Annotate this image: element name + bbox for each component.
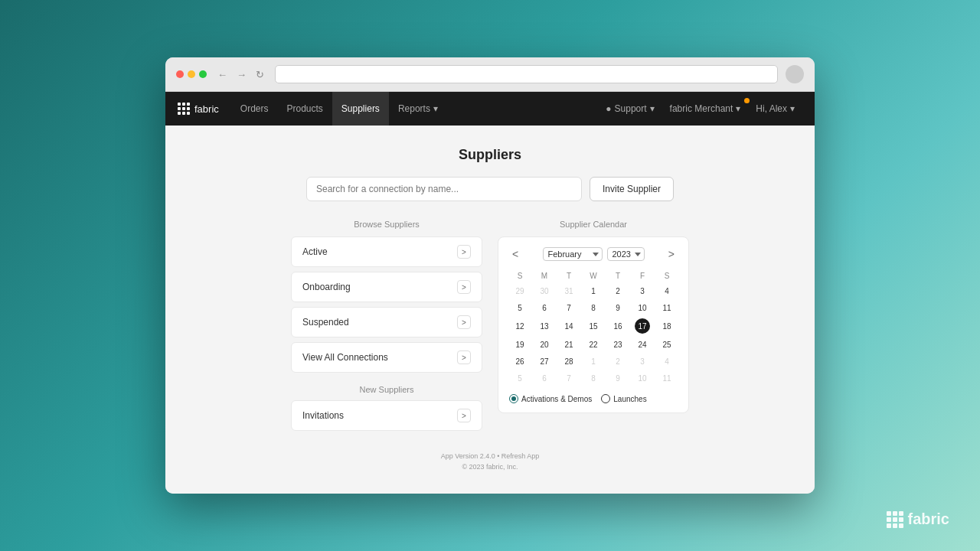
calendar-day-cell[interactable]: 15 xyxy=(581,316,606,336)
calendar-day-cell[interactable]: 10 xyxy=(630,370,655,386)
calendar-day-cell[interactable]: 8 xyxy=(581,370,606,386)
invite-supplier-button[interactable]: Invite Supplier xyxy=(590,177,674,201)
calendar-day-cell[interactable]: 16 xyxy=(606,316,630,336)
calendar-day-cell[interactable]: 2 xyxy=(606,282,630,299)
calendar-day-cell[interactable]: 1 xyxy=(581,282,606,299)
calendar-day-cell[interactable]: 6 xyxy=(532,299,557,316)
browser-avatar xyxy=(786,65,804,83)
invitations-item[interactable]: Invitations > xyxy=(291,400,482,431)
active-item[interactable]: Active > xyxy=(291,236,482,267)
calendar-day-cell[interactable]: 3 xyxy=(630,282,655,299)
radio-empty-icon xyxy=(601,394,610,403)
suspended-item[interactable]: Suspended > xyxy=(291,307,482,337)
prev-month-button[interactable]: < xyxy=(508,246,523,262)
calendar-box: < January February March April May June … xyxy=(498,236,689,413)
nav-right: ● Support ▾ fabric Merchant ▾ Hi, Alex ▾ xyxy=(598,92,802,126)
two-column-layout: Browse Suppliers Active > Onboarding > S… xyxy=(291,220,689,435)
calendar-day-cell[interactable]: 4 xyxy=(655,353,679,370)
calendar-day-cell[interactable]: 7 xyxy=(557,299,581,316)
nav-orders[interactable]: Orders xyxy=(231,92,278,126)
calendar-day-cell[interactable]: 14 xyxy=(557,316,581,336)
watermark-logo-dots xyxy=(887,511,903,528)
calendar-selects: January February March April May June Ju… xyxy=(543,247,645,261)
calendar-day-cell[interactable]: 2 xyxy=(606,353,630,370)
calendar-day-cell[interactable]: 29 xyxy=(508,282,532,299)
back-button[interactable]: ← xyxy=(214,67,230,82)
nav-products[interactable]: Products xyxy=(277,92,332,126)
support-nav[interactable]: ● Support ▾ xyxy=(598,92,662,126)
refresh-button[interactable]: ↻ xyxy=(253,67,267,82)
calendar-day-cell[interactable]: 3 xyxy=(630,353,655,370)
calendar-day-cell[interactable]: 18 xyxy=(655,316,679,336)
calendar-day-cell[interactable]: 23 xyxy=(606,336,630,353)
calendar-day-cell[interactable]: 17 xyxy=(630,316,655,336)
calendar-day-cell[interactable]: 19 xyxy=(508,336,532,353)
calendar-week-row: 2627281234 xyxy=(508,353,679,370)
launches-radio[interactable]: Launches xyxy=(601,394,646,403)
chevron-right-icon: > xyxy=(457,315,471,329)
calendar-day-cell[interactable]: 21 xyxy=(557,336,581,353)
view-all-connections-item[interactable]: View All Connections > xyxy=(291,342,482,373)
calendar-day-cell[interactable]: 12 xyxy=(508,316,532,336)
support-label: Support xyxy=(615,103,647,114)
activations-demos-label: Activations & Demos xyxy=(521,395,592,403)
calendar-day-cell[interactable]: 4 xyxy=(655,282,679,299)
calendar-day-cell[interactable]: 9 xyxy=(606,299,630,316)
calendar-legend: Activations & Demos Launches xyxy=(508,394,679,403)
calendar-day-cell[interactable]: 30 xyxy=(532,282,557,299)
calendar-days-header: SMTWTFS xyxy=(508,269,679,282)
calendar-week-row: 19202122232425 xyxy=(508,336,679,353)
forward-button[interactable]: → xyxy=(234,67,250,82)
calendar-day-cell[interactable]: 11 xyxy=(655,299,679,316)
logo-label: fabric xyxy=(194,103,219,115)
next-month-button[interactable]: > xyxy=(664,246,679,262)
calendar-day-cell[interactable]: 6 xyxy=(532,370,557,386)
search-input[interactable] xyxy=(306,177,582,201)
nav-reports-label: Reports xyxy=(398,103,430,114)
chevron-right-icon: > xyxy=(457,280,471,294)
browse-suppliers-title: Browse Suppliers xyxy=(291,220,482,229)
merchant-nav[interactable]: fabric Merchant ▾ xyxy=(662,92,749,126)
activations-demos-radio[interactable]: Activations & Demos xyxy=(509,394,592,403)
chevron-down-icon: ▾ xyxy=(736,103,740,114)
close-button[interactable] xyxy=(176,70,184,78)
browser-nav-buttons: ← → ↻ xyxy=(214,67,267,82)
calendar-day-cell[interactable]: 5 xyxy=(508,299,532,316)
calendar-day-cell[interactable]: 28 xyxy=(557,353,581,370)
maximize-button[interactable] xyxy=(199,70,207,78)
calendar-body: 2930311234567891011121314151617181920212… xyxy=(508,282,679,386)
calendar-day-cell[interactable]: 7 xyxy=(557,370,581,386)
calendar-day-cell[interactable]: 24 xyxy=(630,336,655,353)
calendar-day-cell[interactable]: 1 xyxy=(581,353,606,370)
page-title: Suppliers xyxy=(459,147,521,163)
user-nav[interactable]: Hi, Alex ▾ xyxy=(748,92,802,126)
nav-reports[interactable]: Reports ▾ xyxy=(389,92,447,126)
nav-suppliers[interactable]: Suppliers xyxy=(332,92,389,126)
calendar-day-cell[interactable]: 5 xyxy=(508,370,532,386)
calendar-day-cell[interactable]: 9 xyxy=(606,370,630,386)
minimize-button[interactable] xyxy=(188,70,195,78)
calendar-day-cell[interactable]: 11 xyxy=(655,370,679,386)
browser-window: ← → ↻ fabric Orders Products Suppliers R… xyxy=(165,57,815,494)
calendar-day-cell[interactable]: 8 xyxy=(581,299,606,316)
invitations-label: Invitations xyxy=(302,410,344,421)
suspended-label: Suspended xyxy=(302,317,349,328)
url-bar[interactable] xyxy=(275,65,778,83)
calendar-grid: SMTWTFS 29303112345678910111213141516171… xyxy=(508,269,679,386)
year-select[interactable]: 2021 2022 2023 2024 xyxy=(607,247,645,261)
globe-icon: ● xyxy=(606,103,611,114)
calendar-day-cell[interactable]: 22 xyxy=(581,336,606,353)
calendar-day-cell[interactable]: 31 xyxy=(557,282,581,299)
calendar-week-row: 567891011 xyxy=(508,370,679,386)
calendar-day-cell[interactable]: 20 xyxy=(532,336,557,353)
calendar-day-cell[interactable]: 25 xyxy=(655,336,679,353)
calendar-day-cell[interactable]: 27 xyxy=(532,353,557,370)
onboarding-item[interactable]: Onboarding > xyxy=(291,272,482,302)
calendar-day-cell[interactable]: 10 xyxy=(630,299,655,316)
month-select[interactable]: January February March April May June Ju… xyxy=(543,247,603,261)
footer-copyright: © 2023 fabric, Inc. xyxy=(441,461,540,472)
calendar-day-cell[interactable]: 13 xyxy=(532,316,557,336)
calendar-day-cell[interactable]: 26 xyxy=(508,353,532,370)
chevron-right-icon: > xyxy=(457,245,471,259)
merchant-label: fabric Merchant xyxy=(670,103,733,114)
